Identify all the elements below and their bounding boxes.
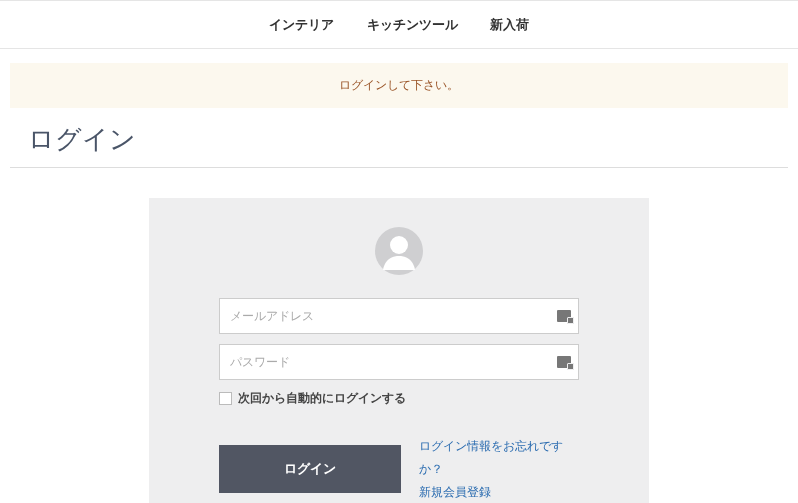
forgot-link[interactable]: ログイン情報をお忘れですか？ [419,439,563,476]
login-card: 次回から自動的にログインする ログイン ログイン情報をお忘れですか？ 新規会員登… [149,198,649,503]
svg-point-1 [390,236,408,254]
remember-checkbox[interactable] [219,392,232,405]
remember-label: 次回から自動的にログインする [238,390,406,407]
register-link[interactable]: 新規会員登録 [419,485,491,499]
user-icon [374,226,424,280]
actions-row: ログイン ログイン情報をお忘れですか？ 新規会員登録 [219,435,579,503]
aux-links: ログイン情報をお忘れですか？ 新規会員登録 [419,435,579,503]
login-button[interactable]: ログイン [219,445,401,493]
autofill-icon [557,356,571,368]
email-field-wrap [219,298,579,334]
password-field-wrap [219,344,579,380]
nav-item-interior[interactable]: インテリア [269,16,334,34]
page-title: ログイン [10,108,788,168]
alert-message: ログインして下さい。 [10,63,788,108]
avatar-placeholder [219,226,579,280]
autofill-icon [557,310,571,322]
top-nav: インテリア キッチンツール 新入荷 [0,0,798,49]
remember-row[interactable]: 次回から自動的にログインする [219,390,579,407]
nav-item-kitchen[interactable]: キッチンツール [367,16,458,34]
email-input[interactable] [219,298,579,334]
nav-item-new[interactable]: 新入荷 [490,16,529,34]
password-input[interactable] [219,344,579,380]
